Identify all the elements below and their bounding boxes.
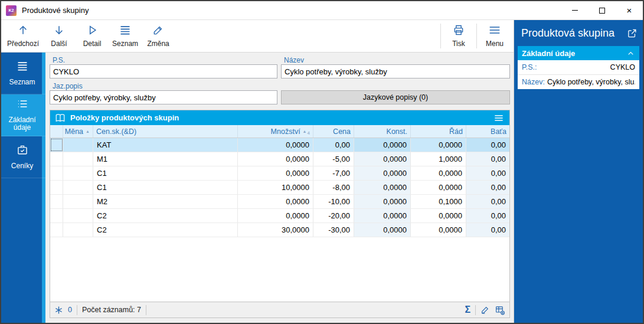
column-header-selector[interactable]	[50, 125, 63, 138]
sum-sigma-icon[interactable]: Σ	[465, 305, 470, 315]
menu-icon	[488, 24, 502, 38]
open-external-icon[interactable]	[627, 28, 637, 38]
change-button[interactable]: Změna	[142, 21, 175, 51]
next-label: Další	[51, 40, 67, 48]
cell-bata: 0,00	[466, 195, 509, 208]
row-selector-cell[interactable]	[50, 181, 63, 194]
jaz-popis-input[interactable]	[50, 90, 277, 104]
print-button[interactable]: Tisk	[442, 21, 475, 51]
cell-mnozstvi: 0,0000	[238, 166, 313, 180]
table-add-icon[interactable]	[495, 305, 505, 315]
grid-menu-icon[interactable]	[492, 113, 505, 123]
sidebar-item-seznam[interactable]: Seznam	[1, 53, 45, 94]
cell-rad: 1,0000	[411, 152, 466, 166]
toolbar-separator	[476, 24, 477, 48]
grid-column-headers: Měna ▲ Cen.sk.(&D) Množství ▲ 4	[50, 125, 509, 138]
cell-mena	[63, 181, 93, 194]
ps-input[interactable]	[50, 64, 277, 78]
next-button[interactable]: Další	[43, 21, 76, 51]
sidebar-item-label: Ceníky	[11, 162, 33, 171]
row-selector-cell[interactable]	[50, 195, 63, 208]
grid-section-header: Položky produktových skupin	[50, 110, 509, 125]
column-header-mena[interactable]: Měna ▲	[63, 125, 93, 138]
maximize-button[interactable]	[589, 1, 616, 19]
cell-mena	[63, 195, 93, 208]
column-header-bata[interactable]: Baťa	[466, 125, 509, 138]
cell-censk: C2	[93, 223, 238, 237]
grid-empty-area	[50, 237, 509, 302]
minimize-button[interactable]	[561, 1, 589, 19]
cell-bata: 0,00	[466, 209, 509, 222]
menu-button[interactable]: Menu	[478, 21, 511, 51]
column-header-mnozstvi[interactable]: Množství ▲ 4	[238, 125, 313, 138]
table-row[interactable]: M2 0,0000 -10,00 0,0000 0,1000 0,00	[50, 195, 509, 209]
printer-icon	[452, 24, 465, 38]
cell-mnozstvi: 0,0000	[238, 209, 313, 222]
cell-mnozstvi: 10,0000	[238, 181, 313, 194]
jazykove-popisy-button[interactable]: Jazykové popisy (0)	[281, 90, 510, 104]
cell-cena: -20,00	[313, 209, 354, 222]
nazev-label: Název	[281, 55, 510, 64]
close-icon: ×	[627, 6, 632, 15]
table-row[interactable]: C2 0,0000 -20,00 0,0000 0,0000 0,00	[50, 209, 509, 223]
cell-konst: 0,0000	[354, 195, 411, 208]
cell-rad: 0,1000	[411, 195, 466, 208]
left-sidebar: Seznam Základní údaje Ceníky	[1, 53, 45, 323]
hamburger-icon	[119, 24, 132, 38]
sidebar-item-label: Základní údaje	[4, 116, 41, 133]
book-icon	[54, 113, 66, 123]
cell-censk: M2	[93, 195, 238, 208]
detail-button[interactable]: Detail	[76, 21, 109, 51]
table-row[interactable]: C1 0,0000 -7,00 0,0000 0,0000 0,00	[50, 166, 509, 181]
previous-button[interactable]: Předchozí	[4, 21, 43, 51]
column-header-cena[interactable]: Cena	[313, 125, 354, 138]
cell-cena: -7,00	[313, 166, 354, 180]
table-row[interactable]: KAT 0,0000 0,00 0,0000 0,0000 0,00	[50, 138, 509, 152]
sort-asc-icon: ▲	[303, 129, 307, 133]
card-label: Název:	[522, 78, 545, 86]
sidebar-item-ceniky[interactable]: Ceníky	[1, 136, 45, 178]
grid-footer: 0 Počet záznamů: 7 Σ	[50, 302, 509, 318]
card-header[interactable]: Základní údaje	[518, 46, 639, 60]
dotted-list-icon	[15, 98, 30, 112]
cell-bata: 0,00	[466, 223, 509, 237]
cell-bata: 0,00	[466, 181, 509, 194]
row-selector-cell[interactable]	[50, 152, 63, 166]
minimize-icon	[572, 10, 578, 11]
row-selector-cell[interactable]	[50, 166, 63, 180]
column-header-censk[interactable]: Cen.sk.(&D)	[93, 125, 238, 138]
row-selector-cell[interactable]	[50, 209, 63, 222]
list-button[interactable]: Seznam	[109, 21, 142, 51]
window-title: Produktové skupiny	[22, 6, 89, 15]
sidebar-item-zakladni-udaje[interactable]: Základní údaje	[1, 94, 45, 136]
cell-mnozstvi: 0,0000	[238, 195, 313, 208]
nazev-input[interactable]	[281, 64, 510, 78]
toolbar: Předchozí Další Detail	[1, 20, 514, 53]
right-panel: Produktová skupina Základní údaje P.S.: …	[514, 20, 643, 323]
cell-mena	[63, 209, 93, 222]
k2-app-icon: K2	[6, 5, 17, 16]
flag-count: 0	[68, 306, 72, 314]
arrow-up-icon	[17, 24, 29, 38]
jaz-popis-label: Jaz.popis	[50, 81, 277, 90]
column-header-konst[interactable]: Konst.	[354, 125, 411, 138]
previous-label: Předchozí	[7, 40, 39, 48]
row-selector-cell[interactable]	[50, 138, 63, 152]
table-row[interactable]: C2 30,0000 -30,00 0,0000 0,0000 0,00	[50, 223, 509, 237]
cell-rad: 0,0000	[411, 181, 466, 194]
cell-cena: -8,00	[313, 181, 354, 194]
cell-mnozstvi: 30,0000	[238, 223, 313, 237]
sort-asc-icon: ▲	[86, 129, 90, 133]
toolbar-separator	[440, 24, 441, 48]
table-row[interactable]: C1 10,0000 -8,00 0,0000 0,0000 0,00	[50, 181, 509, 195]
chevron-up-icon[interactable]	[626, 50, 635, 57]
close-button[interactable]: ×	[616, 1, 643, 19]
snowflake-icon[interactable]	[54, 306, 63, 315]
row-selector-cell[interactable]	[50, 223, 63, 237]
table-row[interactable]: M1 0,0000 -5,00 0,0000 1,0000 0,00	[50, 152, 509, 166]
edit-pencil-icon[interactable]	[480, 305, 490, 315]
record-count: Počet záznamů: 7	[82, 306, 141, 314]
cell-bata: 0,00	[466, 166, 509, 180]
column-header-rad[interactable]: Řád	[411, 125, 466, 138]
card-header-title: Základní údaje	[522, 49, 575, 58]
